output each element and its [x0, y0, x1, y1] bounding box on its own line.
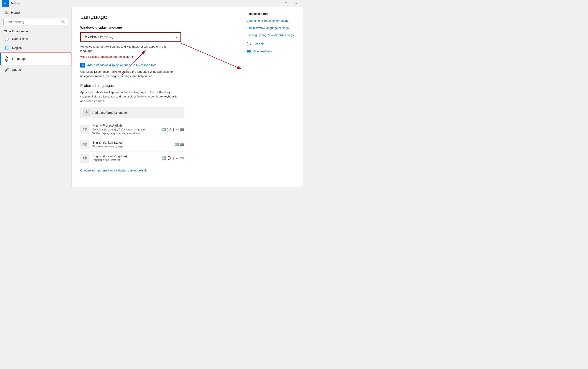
- related-link-datetime[interactable]: Date, time, & regional formatting: [247, 19, 298, 23]
- english-us-lang-name: English (United States): [92, 141, 175, 144]
- chinese-lang-name: 中文(中华人民共和国): [92, 124, 162, 128]
- related-link-spelling[interactable]: Spelling, typing, & keyboard settings: [247, 33, 298, 37]
- cap-keyboard-icon2: ⌨: [180, 143, 184, 146]
- speech-icon: 🎤: [4, 67, 9, 72]
- cap-text-icon2: 🔤: [175, 143, 179, 146]
- english-us-lang-info: English (United States) Windows display …: [92, 141, 175, 148]
- sidebar-item-label-region: Region: [12, 46, 22, 50]
- warning-text: Will be display language after next sign…: [80, 55, 233, 58]
- preferred-languages-title: Preferred languages: [80, 83, 233, 88]
- sidebar-item-speech[interactable]: 🎤 Speech: [0, 65, 71, 74]
- region-icon: 🌐: [4, 46, 9, 50]
- datetime-icon: 🕐: [4, 36, 9, 41]
- english-uk-lang-capabilities: 🔤 💬 🎙 ✏ ⌨: [162, 156, 184, 160]
- english-uk-lang-name: English (United Kingdom): [92, 154, 162, 158]
- sidebar-item-region[interactable]: 🌐 Region: [0, 43, 71, 52]
- features-text: Windows features like Settings and File …: [80, 44, 178, 53]
- cap-text-icon3: 🔤: [162, 156, 166, 160]
- main-content: Language Windows display language 中文(中华人…: [72, 7, 242, 187]
- sidebar-item-label-speech: Speech: [12, 68, 22, 72]
- english-us-lang-desc: Windows display language: [92, 144, 175, 148]
- search-input[interactable]: [6, 20, 60, 24]
- selected-language: 中文(中华人民共和国): [84, 35, 113, 39]
- sidebar-item-label-language: Language: [12, 57, 26, 61]
- chinese-lang-capabilities: 🔤 💬 🎙 ✏ ⌨: [162, 128, 184, 132]
- sidebar-item-datetime[interactable]: 🕐 Date & time: [0, 34, 71, 43]
- language-icon: A字: [4, 55, 9, 62]
- page-title: Language: [80, 13, 233, 20]
- home-label: Home: [11, 11, 20, 14]
- window-title: Settings: [10, 2, 20, 5]
- cap-text-icon: 🔤: [162, 128, 166, 132]
- cap-keyboard-icon3: ⌨: [180, 156, 184, 160]
- chinese-lang-desc2: Will be display language after next sign…: [92, 132, 162, 135]
- list-item[interactable]: A字 中文(中华人民共和国) Default app language; Def…: [80, 122, 184, 138]
- cap-speech-icon3: 💬: [167, 156, 171, 160]
- choose-input-method-link[interactable]: Choose an input method to always use as …: [80, 169, 233, 172]
- choose-input-link-text: Choose an input method to always use as …: [80, 169, 147, 172]
- related-link-admin[interactable]: Administrative language settings: [247, 26, 298, 30]
- english-uk-lang-info: English (United Kingdom) Language pack i…: [92, 154, 162, 162]
- restore-button[interactable]: ❐: [281, 0, 291, 7]
- add-lang-label: Add a preferred language: [92, 111, 127, 114]
- store-icon: 🛍: [80, 63, 85, 68]
- chinese-lang-icon: A字: [80, 125, 90, 134]
- dropdown-arrow-icon: ▾: [176, 36, 177, 39]
- back-button[interactable]: ←: [2, 0, 9, 7]
- use-local-text: Use Local Experience Packs to change the…: [80, 70, 178, 79]
- get-help-icon: 💬: [247, 42, 251, 46]
- english-uk-lang-desc: Language pack installed: [92, 158, 162, 162]
- cap-mic-icon: 🎙: [172, 128, 175, 131]
- sidebar-home[interactable]: 🏠 Home: [0, 7, 71, 18]
- close-button[interactable]: ✕: [291, 0, 301, 7]
- chinese-lang-info: 中文(中华人民共和国) Default app language; Defaul…: [92, 124, 162, 135]
- give-feedback-item[interactable]: 👥 Give feedback: [247, 49, 298, 54]
- cap-mic-icon3: 🎙: [172, 156, 175, 160]
- add-preferred-language-button[interactable]: + Add a preferred language: [80, 107, 184, 118]
- sidebar-category: Time & Language: [0, 28, 71, 34]
- english-us-lang-capabilities: 🔤 ⌨: [175, 143, 184, 146]
- list-item[interactable]: A字 English (United Kingdom) Language pac…: [80, 152, 184, 165]
- sidebar: 🏠 Home 🔍 Time & Language 🕐 Date & time 🌐…: [0, 7, 72, 187]
- preferred-desc: Apps and websites will appear in the fir…: [80, 90, 180, 103]
- english-uk-lang-icon: A字: [80, 154, 90, 163]
- language-dropdown[interactable]: 中文(中华人民共和国) ▾: [81, 33, 180, 41]
- english-us-lang-icon: A字: [80, 140, 90, 149]
- related-settings-title: Related settings: [247, 12, 298, 15]
- cap-keyboard-icon: ⌨: [180, 128, 184, 132]
- give-feedback-text: Give feedback: [253, 50, 272, 53]
- sidebar-item-language[interactable]: A字 Language: [0, 52, 71, 65]
- get-help-item[interactable]: 💬 Get help: [247, 42, 298, 46]
- get-help-text: Get help: [253, 42, 265, 46]
- home-icon: 🏠: [4, 10, 9, 14]
- list-item[interactable]: A字 English (United States) Windows displ…: [80, 138, 184, 152]
- back-icon: ←: [4, 2, 7, 5]
- give-feedback-icon: 👥: [247, 49, 251, 54]
- search-box: 🔍: [3, 19, 68, 25]
- display-language-title: Windows display language: [80, 26, 233, 29]
- cap-handwriting-icon3: ✏: [176, 156, 179, 160]
- sidebar-item-label-datetime: Date & time: [12, 37, 28, 41]
- cap-speech-icon: 💬: [167, 128, 171, 132]
- minimize-button[interactable]: —: [271, 0, 281, 7]
- add-icon: +: [83, 109, 90, 116]
- right-panel: Related settings Date, time, & regional …: [242, 7, 303, 187]
- add-display-language-link[interactable]: 🛍 Add a Windows display language in Micr…: [80, 63, 233, 68]
- chinese-lang-desc1: Default app language; Default input lang…: [92, 128, 162, 132]
- search-icon: 🔍: [61, 20, 66, 24]
- cap-handwriting-icon: ✏: [176, 128, 179, 132]
- add-language-link-text: Add a Windows display language in Micros…: [87, 63, 156, 67]
